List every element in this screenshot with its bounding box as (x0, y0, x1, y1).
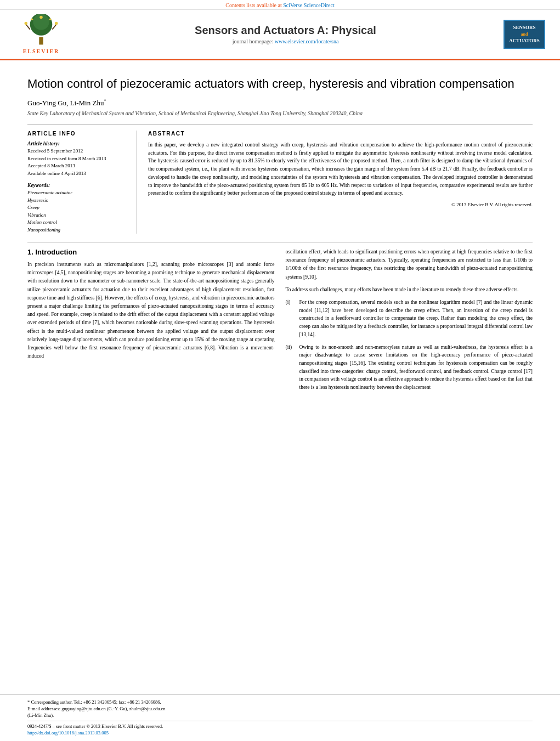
article-info: ARTICLE INFO Article history: Received 5… (27, 131, 137, 234)
article-info-abstract: ARTICLE INFO Article history: Received 5… (27, 131, 533, 234)
sensors-badge: SENSORS and ACTUATORS (504, 20, 545, 48)
keyword-3: Creep (27, 204, 128, 212)
footnote-name: (Li-Min Zhu). (27, 712, 533, 718)
body-paragraph-1: In precision instruments such as microma… (27, 261, 275, 360)
article-title: Motion control of piezoceramic actuators… (27, 76, 533, 92)
page-container: Contents lists available at SciVerse Sci… (0, 0, 560, 741)
journal-header: Contents lists available at SciVerse Sci… (0, 0, 560, 60)
keyword-6: Nanopositioning (27, 227, 128, 234)
sciverse-link[interactable]: SciVerse ScienceDirect (283, 2, 335, 8)
history-label: Article history: (27, 141, 128, 146)
list-label-i: (i) (286, 298, 297, 339)
body-content: 1. Introduction In precision instruments… (27, 248, 533, 396)
badge-sensors: SENSORS (509, 24, 540, 31)
body-divider (27, 242, 533, 242)
elsevier-tree-icon (19, 14, 63, 47)
list-item-i: (i) For the creep compensation, several … (286, 298, 533, 339)
article-authors: Guo-Ying Gu, Li-Min Zhu* (27, 99, 533, 108)
badge-actuators: ACTUATORS (509, 37, 540, 44)
svg-point-9 (49, 18, 52, 20)
homepage-url[interactable]: www.elsevier.com/locate/sna (275, 38, 339, 44)
abstract-title: ABSTRACT (148, 131, 533, 137)
body-column-2: oscillation effect, which leads to signi… (286, 248, 533, 396)
abstract-text: In this paper, we develop a new integrat… (148, 141, 533, 197)
article-divider (27, 125, 533, 125)
keyword-5: Motion control (27, 219, 128, 227)
body-paragraph-3: To address such challenges, many efforts… (286, 286, 533, 294)
homepage-label: journal homepage: (233, 38, 274, 44)
svg-point-6 (55, 22, 58, 25)
doi-link[interactable]: http://dx.doi.org/10.1016/j.sna.2013.03.… (27, 730, 109, 736)
article-title-section: Motion control of piezoceramic actuators… (27, 76, 533, 92)
keyword-1: Piezoceramic actuator (27, 189, 128, 197)
article-abstract: ABSTRACT In this paper, we develop a new… (148, 131, 533, 234)
keyword-4: Vibration (27, 212, 128, 219)
svg-line-4 (52, 24, 56, 29)
keywords-label: Keywords: (27, 183, 128, 188)
info-section-title: ARTICLE INFO (27, 131, 128, 137)
elsevier-wordmark: ELSEVIER (23, 48, 60, 54)
journal-title: Sensors and Actuators A: Physical (74, 24, 497, 37)
received-date: Received 5 September 2012 (27, 148, 128, 155)
received-revised: Received in revised form 8 March 2013 (27, 155, 128, 163)
available-date: Available online 4 April 2013 (27, 170, 128, 178)
page-footer: * Corresponding author. Tel.: +86 21 342… (0, 694, 560, 741)
body-paragraph-2: oscillation effect, which leads to signi… (286, 248, 533, 281)
elsevier-logo: ELSEVIER (19, 14, 63, 54)
badge-and: and (509, 31, 540, 37)
section1-title: 1. Introduction (27, 248, 275, 256)
authors-text: Guo-Ying Gu, Li-Min Zhu (27, 99, 104, 107)
svg-point-5 (25, 22, 28, 25)
footnote-email: E-mail addresses: guguaying@sjtu.edu.cn … (27, 706, 533, 711)
topbar-text: Contents lists available at (225, 2, 281, 8)
list-label-ii: (ii) (286, 343, 297, 392)
keywords-section: Keywords: Piezoceramic actuator Hysteres… (27, 183, 128, 234)
list-item-ii: (ii) Owing to its non-smooth and non-mem… (286, 343, 533, 392)
svg-line-3 (26, 24, 30, 29)
journal-title-center: Sensors and Actuators A: Physical journa… (74, 24, 497, 44)
accepted-date: Accepted 8 March 2013 (27, 162, 128, 170)
svg-point-7 (39, 16, 43, 19)
journal-homepage: journal homepage: www.elsevier.com/locat… (74, 38, 497, 44)
keyword-2: Hysteresis (27, 197, 128, 205)
footer-issn: 0924-4247/$ – see front matter © 2013 El… (27, 723, 533, 729)
svg-point-8 (31, 18, 33, 20)
elsevier-logo-container: ELSEVIER (8, 14, 74, 54)
footer-doi[interactable]: http://dx.doi.org/10.1016/j.sna.2013.03.… (27, 730, 533, 736)
body-column-1: 1. Introduction In precision instruments… (27, 248, 275, 396)
list-text-ii: Owing to its non-smooth and non-memoryle… (299, 343, 533, 392)
content-area: Motion control of piezoceramic actuators… (0, 60, 560, 694)
article-affiliation: State Key Laboratory of Mechanical Syste… (27, 110, 533, 116)
journal-main-header: ELSEVIER Sensors and Actuators A: Physic… (0, 10, 560, 59)
list-text-i: For the creep compensation, several mode… (299, 298, 533, 339)
journal-topbar: Contents lists available at SciVerse Sci… (0, 0, 560, 10)
abstract-copyright: © 2013 Elsevier B.V. All rights reserved… (148, 202, 533, 207)
footnote-corresponding: * Corresponding author. Tel.: +86 21 342… (27, 699, 533, 705)
journal-logo-right: SENSORS and ACTUATORS (497, 20, 552, 48)
svg-rect-0 (39, 37, 43, 45)
